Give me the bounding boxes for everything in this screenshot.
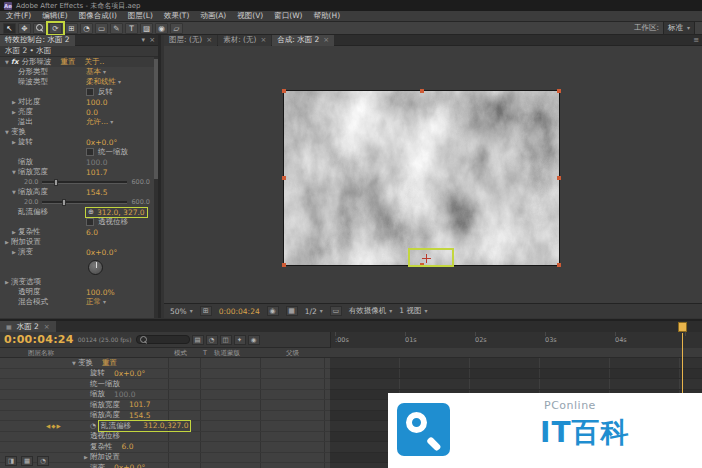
checkbox[interactable] [86, 148, 94, 156]
draft-3d-icon[interactable]: ◔ [206, 335, 218, 345]
layer-handle[interactable] [557, 263, 561, 267]
region-of-interest-icon[interactable]: ▭ [330, 306, 342, 316]
brush-tool-icon[interactable]: ▨ [140, 23, 153, 34]
menu-item[interactable]: 窗口(W) [274, 11, 302, 21]
timeline-property-row[interactable]: ▶附加设置 [0, 453, 330, 464]
property-value[interactable]: 0x+0.0° [114, 463, 145, 468]
expand-inout-icon[interactable]: ◔ [37, 456, 49, 466]
zoom-tool-icon[interactable] [33, 23, 46, 34]
menu-item[interactable]: 编辑(E) [42, 11, 68, 21]
tab-effect-controls[interactable]: 特效控制台: 水面 2 [0, 35, 75, 46]
snapshot-icon[interactable]: ◉ [267, 306, 279, 316]
property-value[interactable]: 6.0 [86, 228, 98, 237]
property-value[interactable]: 154.5 [86, 188, 107, 197]
timeline-tab[interactable]: ▦ 水面 2 × [0, 321, 56, 332]
timeline-property-row[interactable]: 缩放高度154.5 [0, 411, 330, 422]
statusbar-timecode[interactable]: 0:00:04:24 [219, 307, 260, 316]
effect-row[interactable]: ▶旋转0x+0.0° [0, 137, 158, 147]
timeline-track-row[interactable] [330, 358, 702, 369]
twirl-icon[interactable]: ▶ [10, 109, 18, 115]
property-value[interactable]: 101.7 [86, 168, 107, 177]
comp-stage[interactable] [283, 90, 560, 266]
effect-row[interactable]: ▶演变0x+0.0° [0, 247, 158, 257]
close-icon[interactable]: × [44, 323, 50, 331]
effect-row[interactable]: ▼变换 [0, 127, 158, 137]
effect-row[interactable]: ▶对比度100.0 [0, 97, 158, 107]
hand-tool-icon[interactable]: ✥ [18, 23, 31, 34]
timeline-property-row[interactable]: 复杂性6.0 [0, 442, 330, 453]
timeline-property-row[interactable]: 缩放100.0 [0, 390, 330, 401]
pan-behind-tool-icon[interactable]: ⊞ [65, 23, 78, 34]
menu-item[interactable]: 动画(A) [200, 11, 226, 21]
motion-blur-icon[interactable]: ◉ [248, 335, 260, 345]
twirl-icon[interactable]: ▶ [10, 229, 18, 235]
close-icon[interactable]: × [323, 36, 329, 44]
frame-blend-icon[interactable]: ✦ [234, 335, 246, 345]
close-icon[interactable]: × [206, 36, 212, 44]
timeline-track-row[interactable] [330, 369, 702, 380]
expand-layer-switches-icon[interactable]: ◨ [5, 456, 17, 466]
panel-menu-icon[interactable]: ≡ [693, 36, 699, 44]
twirl-icon[interactable]: ▼ [10, 189, 18, 195]
type-tool-icon[interactable]: T [125, 23, 138, 34]
layer-handle[interactable] [282, 263, 286, 267]
effect-row[interactable]: 反转 [0, 87, 158, 97]
layer-handle[interactable] [557, 176, 561, 180]
property-value[interactable]: 101.7 [129, 400, 150, 409]
menu-item[interactable]: 视图(V) [237, 11, 263, 21]
effect-row[interactable]: 缩放100.0 [0, 157, 158, 167]
timeline-property-row[interactable]: 缩放宽度101.7 [0, 400, 330, 411]
effect-control-point-icon[interactable] [422, 254, 431, 263]
effect-row[interactable]: ▶演变选项 [0, 277, 158, 287]
twirl-icon[interactable]: ▶ [3, 239, 11, 245]
property-value[interactable]: 0x+0.0° [86, 138, 117, 147]
timeline-property-row[interactable]: 透视位移 [0, 432, 330, 443]
time-ruler[interactable]: :00s01s02s03s04s [330, 332, 702, 348]
mask-shape-tool-icon[interactable]: ▭ [95, 23, 108, 34]
timeline-search-input[interactable] [136, 335, 190, 344]
comp-viewport[interactable] [164, 46, 702, 303]
close-icon[interactable]: × [149, 36, 155, 44]
property-value[interactable]: 0x+0.0° [114, 369, 145, 378]
menu-item[interactable]: 图层(L) [128, 11, 153, 21]
eraser-tool-icon[interactable]: ▱ [170, 23, 183, 34]
comp-tab[interactable]: 合成: 水面 2× [272, 35, 334, 46]
slider-thumb[interactable] [62, 199, 66, 206]
property-value[interactable]: 154.5 [129, 411, 150, 420]
effect-row[interactable]: ▼缩放宽度101.7 [0, 167, 158, 177]
comp-tab[interactable]: 素材: (无)× [218, 35, 271, 46]
effect-row[interactable]: 乱流偏移⊕312.0, 327.0 [0, 207, 158, 217]
unified-camera-tool-icon[interactable]: ⟳ [49, 23, 62, 34]
property-value[interactable]: 100.0 [86, 98, 107, 107]
twirl-icon[interactable]: ▶ [10, 249, 18, 255]
timeline-property-row[interactable]: ▼变换重置 [0, 358, 330, 369]
grid-options-icon[interactable]: ⊞ [200, 306, 212, 316]
effect-row[interactable]: 噪波类型柔和线性▾ [0, 77, 158, 87]
layer-handle[interactable] [282, 176, 286, 180]
slider-track[interactable] [42, 201, 127, 204]
stopwatch-icon[interactable]: ◔ [90, 422, 96, 430]
property-value[interactable]: 正常 [86, 297, 101, 307]
current-timecode[interactable]: 0:00:04:24 [0, 333, 78, 346]
twirl-icon[interactable]: ▼ [10, 169, 18, 175]
comp-tab[interactable]: 图层: (无)× [164, 35, 217, 46]
timeline-track-row[interactable] [330, 379, 702, 390]
menu-item[interactable]: 文件(F) [6, 11, 31, 21]
effect-row[interactable]: ▼fx分形噪波重置关于.. [0, 57, 158, 67]
slider-thumb[interactable] [54, 179, 58, 186]
property-value[interactable]: 100.0% [86, 288, 115, 297]
reset-link[interactable]: 重置 [61, 57, 76, 67]
rotation-tool-icon[interactable]: ◔ [80, 23, 93, 34]
property-value[interactable]: 312.0,327.0 [143, 421, 188, 430]
statusbar-zoom-level[interactable]: 50%▾ [170, 307, 193, 316]
effect-row[interactable]: 统一缩放 [0, 147, 158, 157]
property-value[interactable]: 0.0 [86, 108, 98, 117]
layer-handle[interactable] [420, 89, 424, 93]
twirl-icon[interactable]: ▶ [10, 99, 18, 105]
selection-tool-icon[interactable]: ↖ [3, 23, 16, 34]
menu-item[interactable]: 帮助(H) [314, 11, 341, 21]
statusbar-view-layout[interactable]: 1 视图▾ [399, 306, 427, 316]
chevron-down-icon[interactable]: ▾ [142, 36, 146, 44]
statusbar-active-camera[interactable]: 有效摄像机▾ [349, 306, 393, 316]
property-value[interactable]: 允许... [86, 117, 108, 127]
